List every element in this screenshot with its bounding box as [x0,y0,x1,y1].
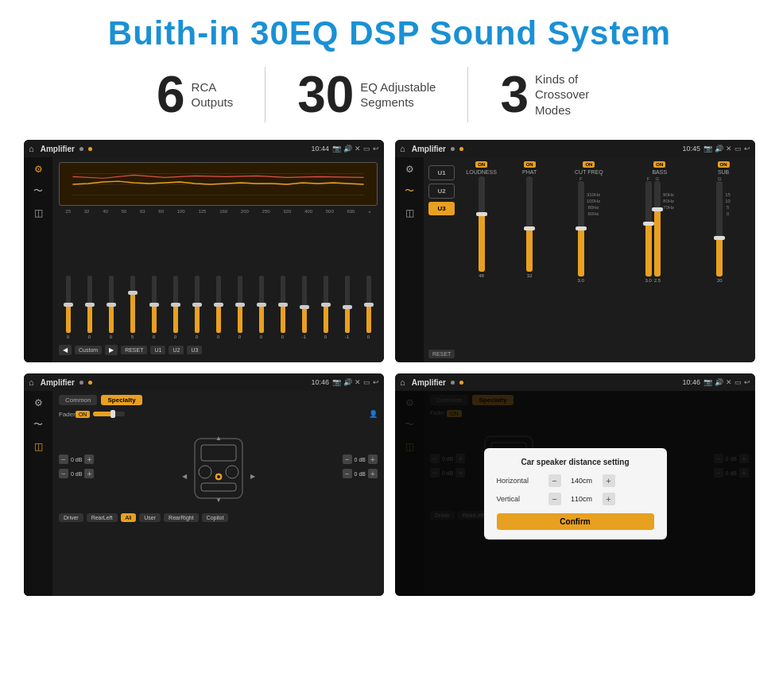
vertical-minus-btn[interactable]: − [548,493,561,505]
fader-row: Fader ON 👤 [59,410,378,418]
fader-car-layout: − 0 dB + − 0 dB + [59,423,378,510]
eq-prev-btn[interactable]: ◀ [59,345,72,355]
sub-g-slider[interactable] [716,181,723,277]
stat-crossover-number: 3 [500,69,529,120]
rear-right-minus[interactable]: − [343,469,352,478]
phat-slider[interactable] [526,176,533,272]
eq-u3-btn[interactable]: U3 [187,346,202,354]
horizontal-minus-btn[interactable]: − [548,474,561,487]
horizontal-row: Horizontal − 140cm + [497,474,654,487]
home-icon: ⌂ [29,144,34,153]
eq-sidebar-icon2[interactable]: 〜 [33,184,43,198]
crossover-content: U1 U2 U3 RESET ON LOUDNESS [424,157,755,362]
eq-sliders-row: // We'll render sliders inline 000500000… [59,216,378,342]
rearright-btn[interactable]: RearRight [164,513,199,522]
eq-val-0: 0 [67,335,69,339]
rear-left-minus[interactable]: − [59,469,68,478]
eq-slider-14[interactable]: 0 [359,276,378,339]
eq-slider-5[interactable]: 0 [166,276,184,339]
fader-slider[interactable] [93,412,125,416]
sub-group: ON SUB G 20 [696,161,750,358]
freq-320: 320 [283,209,291,214]
bass-g-slider[interactable] [654,181,661,277]
eq-slider-1[interactable]: 0 [80,276,99,339]
sub-label: SUB [718,169,729,175]
eq-slider-8[interactable]: 0 [231,276,249,339]
front-right-minus[interactable]: − [343,454,352,464]
horizontal-plus-btn[interactable]: + [603,474,615,487]
front-left-plus[interactable]: + [84,454,94,464]
horizontal-label: Horizontal [497,477,548,485]
fader-screen-card: ⌂ Amplifier 10:46 📷 🔊 ✕ ▭ ↩ ⚙ 〜 ◫ [24,373,384,596]
eq-play-btn[interactable]: ▶ [105,345,118,355]
eq-sidebar-icon1[interactable]: ⚙ [34,164,43,175]
loudness-group: ON LOUDNESS 48 [459,161,504,358]
topbar-dot4 [459,147,463,151]
bass-on[interactable]: ON [653,161,665,168]
tab-specialty[interactable]: Specialty [101,395,141,405]
driver-btn[interactable]: Driver [59,513,83,522]
fader-sidebar-icon2[interactable]: 〜 [33,418,43,431]
eq-slider-10[interactable]: 0 [273,276,292,339]
xover-sidebar-icon3[interactable]: ◫ [405,207,414,219]
topbar-dot2 [88,147,92,151]
eq-slider-4[interactable]: 0 [145,276,163,339]
rear-right-plus[interactable]: + [368,469,378,478]
preset-u2-btn[interactable]: U2 [428,184,455,199]
right-controls: − 0 dB + − 0 dB + [343,454,378,478]
xover-sidebar-icon2[interactable]: 〜 [405,184,414,198]
user-btn[interactable]: User [139,513,161,522]
back-icon-3: ↩ [373,378,379,386]
eq-val-5: 0 [174,335,176,339]
front-left-minus[interactable]: − [59,454,68,464]
eq-u1-btn[interactable]: U1 [150,346,165,354]
freq-400: 400 [304,209,312,214]
fader-sidebar-icon1[interactable]: ⚙ [34,397,43,408]
dialog-box: Car speaker distance setting Horizontal … [484,448,667,540]
rear-left-control: − 0 dB + [59,469,94,478]
xover-sidebar-icon1[interactable]: ⚙ [405,164,414,175]
cutfreq-on[interactable]: ON [583,161,595,168]
rearleft-btn[interactable]: RearLeft [87,513,118,522]
fader-sidebar-icon3[interactable]: ◫ [34,441,43,452]
confirm-button[interactable]: Confirm [497,513,654,530]
sub-on[interactable]: ON [718,161,730,168]
eq-slider-3[interactable]: 5 [123,276,141,339]
eq-slider-2[interactable]: 0 [102,276,120,339]
vertical-plus-btn[interactable]: + [603,493,615,505]
eq-custom-btn[interactable]: Custom [75,346,102,354]
sub-g-val: 20 [717,278,723,283]
rear-left-plus[interactable]: + [84,469,94,478]
preset-u3-btn[interactable]: U3 [428,202,455,215]
sub-freq2: 10 [725,199,731,203]
bass-f-slider[interactable] [645,181,652,277]
phat-on[interactable]: ON [524,161,536,168]
svg-text:◀: ◀ [182,473,188,480]
tab-common[interactable]: Common [59,395,97,405]
eq-sidebar-icon3[interactable]: ◫ [34,207,43,219]
bass-label: BASS [652,169,667,175]
eq-slider-6[interactable]: 0 [188,276,206,339]
eq-slider-9[interactable]: 0 [252,276,270,339]
freq-80: 80 [158,209,164,214]
eq-slider-7[interactable]: 0 [209,276,227,339]
eq-slider-12[interactable]: 0 [316,276,335,339]
xover-reset-btn[interactable]: RESET [428,350,455,358]
copilot-btn[interactable]: Copilot [202,513,229,522]
preset-u1-btn[interactable]: U1 [428,165,455,180]
loudness-slider[interactable] [479,176,485,272]
loudness-on[interactable]: ON [475,161,487,168]
front-right-plus[interactable]: + [368,454,378,464]
eq-slider-0[interactable]: 0 [59,276,77,339]
cutfreq-freq4: 60Hz [588,211,599,216]
eq-slider-11[interactable]: -1 [295,276,313,339]
fader-topbar-time: 10:46 [311,378,329,386]
topbar-icons: 📷 🔊 ✕ ▭ ↩ [332,145,379,153]
eq-reset-btn[interactable]: RESET [121,346,147,354]
stat-crossover: 3 Kinds ofCrossover Modes [468,69,654,120]
eq-slider-13[interactable]: -1 [338,276,356,339]
all-btn[interactable]: All [121,513,137,522]
fader-on-badge[interactable]: ON [76,411,91,418]
cutfreq-f-slider[interactable] [578,181,584,277]
eq-u2-btn[interactable]: U2 [169,346,184,354]
